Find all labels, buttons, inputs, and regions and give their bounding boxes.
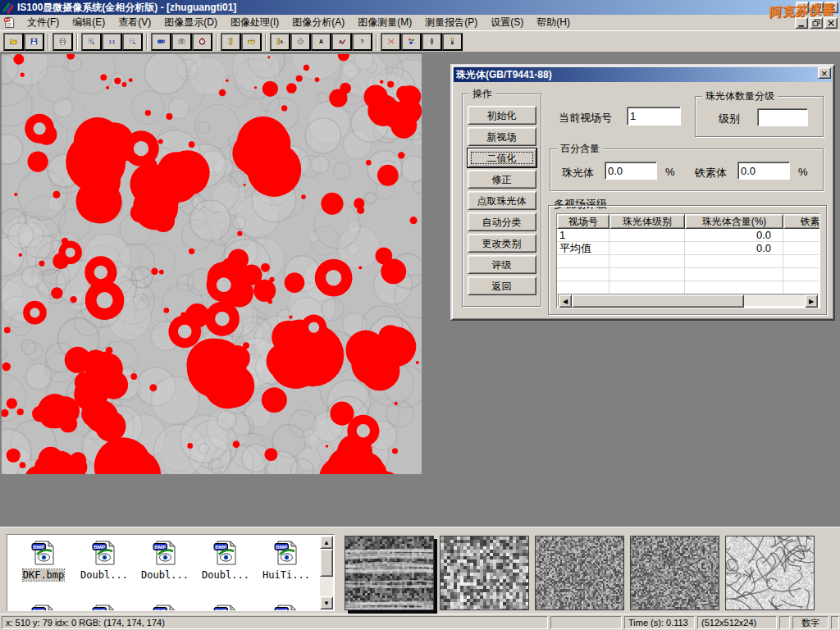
open-folder-icon[interactable] bbox=[3, 33, 24, 51]
vertical-caliper-icon[interactable] bbox=[221, 33, 241, 51]
camera-mode: 数字 bbox=[792, 616, 829, 629]
file-item[interactable]: BMP bbox=[14, 604, 73, 611]
ferrite-percent-input[interactable] bbox=[737, 162, 790, 180]
scroll-left-button[interactable]: ◀ bbox=[559, 294, 572, 308]
table-column-header[interactable]: 珠光体含量(%) bbox=[685, 214, 783, 229]
table-column-header[interactable]: 珠光体级别 bbox=[609, 214, 685, 229]
mdi-close-button[interactable] bbox=[824, 17, 838, 29]
zoom-in-icon[interactable] bbox=[81, 33, 102, 51]
file-list-scrollbar[interactable]: ▲ ▼ bbox=[320, 536, 333, 609]
menu-item[interactable]: 图像处理(I) bbox=[224, 14, 285, 31]
file-item[interactable]: BMPDoubl... bbox=[135, 540, 194, 581]
menu-item[interactable]: 编辑(E) bbox=[66, 14, 112, 31]
table-column-header[interactable]: 视场号 bbox=[557, 214, 609, 229]
pen-tool-icon[interactable] bbox=[422, 33, 442, 51]
file-item[interactable]: BMP bbox=[257, 604, 316, 611]
svg-text:BMP: BMP bbox=[154, 608, 166, 611]
ruler-icon[interactable] bbox=[241, 33, 262, 51]
table-row[interactable] bbox=[557, 255, 819, 268]
brush-tool-icon[interactable] bbox=[442, 33, 463, 51]
timer-clock-icon[interactable] bbox=[192, 33, 212, 51]
zoom-out-icon[interactable] bbox=[122, 33, 143, 51]
grade-input[interactable] bbox=[757, 108, 808, 126]
current-field-input[interactable] bbox=[627, 107, 681, 126]
menu-item[interactable]: 测量报告(P) bbox=[418, 14, 484, 31]
mdi-restore-button[interactable] bbox=[810, 17, 823, 29]
table-row[interactable] bbox=[557, 281, 819, 294]
document-icon[interactable] bbox=[3, 16, 16, 29]
restore-button[interactable] bbox=[810, 2, 824, 13]
dialog-title-bar[interactable]: 珠光体(GB/T9441-88) bbox=[454, 67, 832, 82]
menu-item[interactable]: 文件(F) bbox=[21, 14, 66, 31]
table-row[interactable]: 平均值0.0 bbox=[557, 242, 819, 255]
table-row[interactable] bbox=[557, 268, 819, 281]
grid-tool-icon[interactable] bbox=[290, 33, 311, 51]
menu-item[interactable]: 设置(S) bbox=[484, 14, 530, 31]
pearlite-percent-input[interactable] bbox=[605, 162, 657, 180]
preview-thumbnail[interactable] bbox=[725, 536, 815, 610]
svg-text:BMP: BMP bbox=[215, 608, 226, 611]
toolbar-separator bbox=[146, 34, 148, 50]
one-to-one-icon[interactable]: 1:1 bbox=[102, 33, 122, 51]
preview-thumbnail[interactable] bbox=[630, 536, 719, 610]
menu-item[interactable]: 图像测量(M) bbox=[351, 14, 418, 31]
menu-item[interactable]: 图像显示(D) bbox=[158, 14, 224, 31]
measure-text-icon[interactable]: A bbox=[270, 33, 290, 51]
classify-balls-icon[interactable]: 13 bbox=[401, 33, 422, 51]
scroll-up-button[interactable]: ▲ bbox=[320, 536, 333, 549]
print-icon[interactable] bbox=[52, 33, 73, 51]
preview-thumbnail[interactable] bbox=[440, 536, 529, 610]
ferrite-label: 铁素体 bbox=[695, 166, 727, 180]
button-auto-classify[interactable]: 自动分类 bbox=[468, 212, 536, 231]
close-button[interactable] bbox=[825, 2, 838, 13]
button-change-class[interactable]: 更改类别 bbox=[468, 234, 536, 253]
preview-thumbnail[interactable] bbox=[345, 536, 434, 610]
file-item[interactable]: BMPDoubl... bbox=[75, 540, 134, 581]
button-init[interactable]: 初始化 bbox=[468, 106, 536, 125]
file-item[interactable]: BMP bbox=[196, 604, 255, 611]
button-grade[interactable]: 评级 bbox=[468, 255, 536, 274]
svg-text:3: 3 bbox=[413, 42, 415, 44]
mdi-minimize-button[interactable] bbox=[795, 17, 808, 29]
preview-thumbnail[interactable] bbox=[535, 536, 624, 610]
table-column-header[interactable]: 铁素体含量(%) bbox=[783, 214, 820, 229]
text-edit-tool-icon[interactable]: A bbox=[331, 33, 352, 51]
table-horizontal-scrollbar[interactable]: ◀ ▶ bbox=[558, 294, 819, 307]
scroll-right-button[interactable]: ▶ bbox=[805, 294, 818, 308]
file-item[interactable]: BMP bbox=[135, 604, 194, 611]
button-correct[interactable]: 修正 bbox=[468, 170, 536, 189]
toolbar-separator bbox=[376, 34, 377, 50]
button-new-field[interactable]: 新视场 bbox=[468, 127, 536, 146]
file-item[interactable]: BMPDKF.bmp bbox=[14, 540, 73, 581]
text-tool-icon[interactable]: A bbox=[311, 33, 331, 51]
menu-item[interactable]: 帮助(H) bbox=[530, 14, 577, 31]
dialog-close-button[interactable]: × bbox=[818, 67, 831, 79]
menu-item[interactable]: 图像分析(A) bbox=[285, 14, 351, 31]
video-camera-icon[interactable] bbox=[151, 33, 171, 51]
file-item[interactable]: BMP bbox=[75, 604, 134, 611]
title-bar[interactable]: IS100显微摄像系统(金相分析版) - [zhuguangti01] bbox=[0, 0, 840, 15]
scrollbar-thumb[interactable] bbox=[572, 294, 744, 308]
multiview-table[interactable]: 视场号珠光体级别珠光体含量(%)铁素体含量(%) 10.0平均值0.0 ◀ ▶ bbox=[556, 213, 820, 308]
button-return[interactable]: 返回 bbox=[468, 276, 536, 295]
status-spacer bbox=[831, 616, 839, 629]
save-icon[interactable] bbox=[24, 33, 44, 51]
toolbar-separator bbox=[216, 34, 217, 50]
curve-tool-icon[interactable] bbox=[381, 33, 401, 51]
button-pick-pearlite[interactable]: 点取珠光体 bbox=[468, 191, 536, 210]
menu-bar: 文件(F)编辑(E)查看(V)图像显示(D)图像处理(I)图像分析(A)图像测量… bbox=[0, 15, 840, 31]
help-icon[interactable]: ? bbox=[352, 33, 372, 51]
table-header-row: 视场号珠光体级别珠光体含量(%)铁素体含量(%) bbox=[557, 214, 819, 229]
minimize-button[interactable] bbox=[796, 2, 809, 13]
menu-item[interactable]: 查看(V) bbox=[112, 14, 158, 31]
file-item[interactable]: BMPHuiTi... bbox=[257, 540, 316, 581]
scroll-down-button[interactable]: ▼ bbox=[320, 596, 333, 609]
file-item[interactable]: BMPDoubl... bbox=[196, 540, 255, 581]
metallographic-image[interactable] bbox=[2, 54, 422, 474]
photo-camera-icon[interactable] bbox=[171, 33, 192, 51]
scrollbar-thumb[interactable] bbox=[320, 549, 333, 577]
application-window: IS100显微摄像系统(金相分析版) - [zhuguangti01] 阿克苏仪… bbox=[0, 0, 840, 630]
button-binarize[interactable]: 二值化 bbox=[468, 148, 536, 167]
table-row[interactable]: 10.0 bbox=[557, 229, 819, 242]
bmp-file-icon: BMP bbox=[212, 540, 240, 566]
